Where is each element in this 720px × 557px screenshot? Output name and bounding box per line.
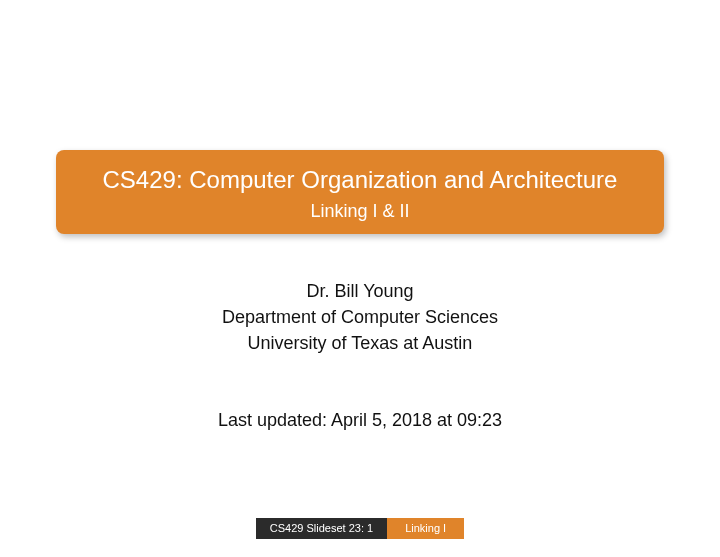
footer: CS429 Slideset 23: 1 Linking I xyxy=(0,518,720,539)
author-name: Dr. Bill Young xyxy=(222,278,498,304)
author-department: Department of Computer Sciences xyxy=(222,304,498,330)
slide-title: CS429: Computer Organization and Archite… xyxy=(74,164,646,195)
slide: CS429: Computer Organization and Archite… xyxy=(0,0,720,557)
title-block: CS429: Computer Organization and Archite… xyxy=(56,150,664,234)
author-block: Dr. Bill Young Department of Computer Sc… xyxy=(222,278,498,356)
footer-inner: CS429 Slideset 23: 1 Linking I xyxy=(256,518,464,539)
footer-slideset: CS429 Slideset 23: 1 xyxy=(256,518,387,539)
author-university: University of Texas at Austin xyxy=(222,330,498,356)
slide-subtitle: Linking I & II xyxy=(74,201,646,222)
last-updated: Last updated: April 5, 2018 at 09:23 xyxy=(218,410,502,431)
footer-section: Linking I xyxy=(387,518,464,539)
